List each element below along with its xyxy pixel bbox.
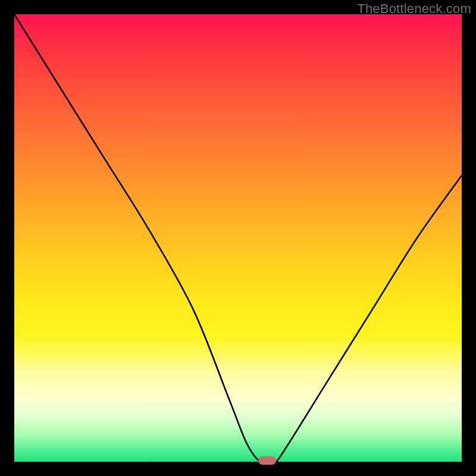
minimum-marker [258, 456, 276, 465]
watermark-text: TheBottleneck.com [357, 1, 471, 17]
bottleneck-curve [14, 14, 462, 462]
plot-area [14, 14, 462, 462]
chart-frame: TheBottleneck.com [0, 0, 476, 476]
